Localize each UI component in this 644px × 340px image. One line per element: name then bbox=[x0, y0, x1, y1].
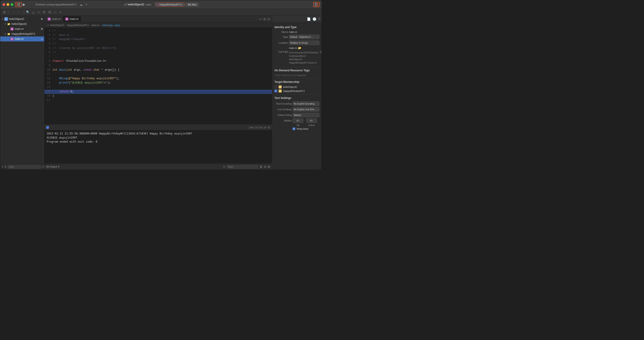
type-select[interactable]: Default - Objective-C Sou... ⌄ bbox=[289, 35, 320, 39]
status-area: Finished running HappyBirthdayWYJ ☁ + bbox=[31, 2, 88, 6]
target-label-1: helloObjectC bbox=[283, 86, 297, 88]
inspector-help-icon[interactable]: ? bbox=[318, 17, 320, 21]
output-selector[interactable]: All Output ⇕ bbox=[46, 165, 60, 168]
project-info: ⎇ helloObjectC main bbox=[124, 3, 152, 6]
indent-using-select[interactable]: Spaces ⌄ bbox=[292, 113, 320, 117]
file-label: main.m bbox=[15, 37, 24, 40]
breadcrumb-part-1[interactable]: helloObjectC bbox=[50, 24, 64, 26]
toolbar-gear-icon[interactable]: ⚙ bbox=[42, 10, 46, 14]
add-tab-button[interactable]: + bbox=[85, 2, 88, 6]
run-button[interactable]: ▶ bbox=[22, 2, 26, 7]
add-file-button[interactable]: + bbox=[2, 165, 4, 169]
indent-width-stepper[interactable]: 4 ⇅ bbox=[306, 118, 317, 123]
console-maximize-button[interactable]: ⊟ bbox=[268, 126, 270, 129]
main-content: ▼ H helloObjectC M ▼ 📁 helloObjectC ▶ m … bbox=[0, 16, 322, 170]
svg-rect-2 bbox=[18, 4, 20, 5]
console-trash-icon[interactable]: 🗑 bbox=[260, 165, 262, 168]
tab-label: main.m bbox=[70, 18, 78, 20]
inspector-name-row: Name main.m bbox=[274, 30, 320, 33]
code-line: 8 #import <Foundation/Foundation.h> bbox=[44, 59, 272, 64]
sidebar-item-helloobjectc-root[interactable]: ▼ H helloObjectC M bbox=[0, 16, 44, 22]
console-filter-input[interactable] bbox=[226, 165, 258, 169]
tab-main-m-2[interactable]: m main.m bbox=[63, 16, 80, 22]
separator-2 bbox=[274, 78, 320, 78]
sidebar-item-main-m-2[interactable]: ▶ m main.m A bbox=[0, 36, 44, 42]
indent-using-label: Indent Using bbox=[274, 114, 292, 116]
nav-forward-button[interactable]: › bbox=[16, 10, 21, 14]
code-line: 11 bbox=[44, 72, 272, 76]
tab-width-arrows[interactable]: ⇅ bbox=[298, 120, 300, 122]
target-item-2: ✓ 📁 HappyBirthdayWYJ bbox=[274, 90, 320, 92]
inspector-file-icon[interactable]: 📄 bbox=[307, 17, 311, 21]
breadcrumb-part-2[interactable]: HappyBirthdayWYJ bbox=[67, 24, 88, 26]
breadcrumb-icon: ⎇ bbox=[46, 24, 49, 26]
sidebar-item-helloobjectc-folder[interactable]: ▼ 📁 helloObjectC bbox=[0, 22, 44, 26]
inspector-toggle-button[interactable] bbox=[313, 2, 320, 7]
indent-sub-label: Indent bbox=[306, 124, 317, 126]
scheme-chevron: ▶ bbox=[182, 4, 183, 6]
toolbar-warning-icon[interactable]: △ bbox=[31, 10, 36, 14]
sidebar-toggle-button[interactable] bbox=[15, 2, 22, 7]
minimize-button[interactable] bbox=[6, 3, 9, 6]
console-line-1: 2023-02-21 21:55:50.988896+0800 HappyBir… bbox=[47, 132, 270, 136]
code-line: 6 // bbox=[44, 50, 272, 55]
tab-main-m-1[interactable]: m main.m bbox=[45, 16, 63, 22]
indent-width-arrows[interactable]: ⇅ bbox=[312, 120, 313, 122]
project-title: helloObjectC bbox=[128, 3, 144, 6]
target-checkbox-1[interactable] bbox=[274, 86, 277, 88]
svg-rect-1 bbox=[18, 3, 20, 4]
toolbar-divider-2 bbox=[24, 10, 24, 14]
tab-action-grid[interactable]: ⊞ bbox=[263, 17, 266, 21]
inspector-clock-icon[interactable]: 🕐 bbox=[312, 17, 316, 21]
toolbar-more-icon[interactable]: » bbox=[58, 10, 63, 14]
destination-selector[interactable]: My Mac bbox=[186, 2, 199, 6]
scheme-selector[interactable]: m HappyBirthdayWYJ ▶ bbox=[155, 2, 185, 6]
tab-action-split[interactable]: ⊟ bbox=[268, 17, 270, 21]
maximize-button[interactable] bbox=[11, 3, 13, 6]
location-select-value: Relative to Group bbox=[290, 42, 308, 44]
text-encoding-value: No Explicit Encoding bbox=[294, 102, 314, 105]
nav-back-button[interactable]: ‹ bbox=[11, 10, 16, 14]
toolbar-grid-icon[interactable]: ⊞ bbox=[2, 10, 6, 14]
sidebar-footer: + ⚙ ⊡ ⊟ bbox=[0, 164, 44, 170]
toolbar-memory-icon[interactable]: ⊞ bbox=[47, 10, 52, 14]
console-split-1-icon[interactable]: ⊟ bbox=[264, 165, 266, 168]
file-label: main.m bbox=[15, 28, 24, 30]
toolbar-diamond-icon[interactable]: ◇ bbox=[36, 10, 41, 14]
toolbar-search-icon[interactable]: 🔍 bbox=[26, 10, 30, 14]
tab-label: main.m bbox=[52, 18, 61, 20]
project-branch: main bbox=[146, 3, 152, 6]
breadcrumb-part-4[interactable]: main(argc, argv) bbox=[102, 24, 120, 26]
folder-navigate-button[interactable]: 📂 bbox=[298, 46, 302, 50]
wrap-lines-checkbox[interactable]: ✓ bbox=[292, 128, 295, 130]
toolbar-shape-icon[interactable]: □ bbox=[53, 10, 57, 14]
breadcrumb-part-3[interactable]: main.m bbox=[91, 24, 100, 26]
sidebar-filter-input[interactable] bbox=[8, 165, 42, 169]
line-endings-value: No Explicit Line Endings bbox=[294, 108, 316, 111]
titlebar-center: ⎇ helloObjectC main m HappyBirthdayWYJ ▶… bbox=[124, 2, 199, 6]
code-line: 3 // HappyBirthdayWYJ bbox=[44, 37, 272, 42]
indent-using-value: Spaces bbox=[294, 114, 301, 116]
disclosure-icon: ▼ bbox=[4, 23, 7, 25]
close-button[interactable] bbox=[2, 3, 5, 6]
cloud-icon: ☁ bbox=[80, 3, 83, 6]
fullpath-reveal-button[interactable]: ⊙ bbox=[320, 50, 322, 54]
console-split-2-icon[interactable]: ⊞ bbox=[268, 165, 270, 168]
sidebar-item-main-m-1[interactable]: ▶ m main.m M bbox=[0, 26, 44, 32]
name-label: Name bbox=[274, 30, 288, 33]
folder-label: helloObjectC bbox=[12, 22, 27, 26]
text-encoding-select[interactable]: No Explicit Encoding ⌄ bbox=[292, 102, 320, 106]
tab-action-back[interactable]: ↩ bbox=[259, 17, 262, 21]
tab-file-icon: m bbox=[65, 18, 68, 20]
tab-width-stepper[interactable]: 4 ⇅ bbox=[292, 118, 304, 123]
disclosure-icon: ▼ bbox=[2, 18, 4, 20]
code-line: 1 // bbox=[44, 29, 272, 33]
line-endings-arrow: ⌄ bbox=[316, 108, 318, 110]
line-endings-select[interactable]: No Explicit Line Endings ⌄ bbox=[292, 107, 320, 112]
location-select[interactable]: Relative to Group ⌄ bbox=[289, 40, 320, 45]
target-checkbox-2[interactable]: ✓ bbox=[274, 90, 277, 92]
sidebar: ▼ H helloObjectC M ▼ 📁 helloObjectC ▶ m … bbox=[0, 16, 44, 170]
code-editor[interactable]: 1 // 2 // main.m 3 // HappyBirthdayWYJ 4… bbox=[44, 28, 272, 124]
sidebar-item-happybirthday-folder[interactable]: ▼ 📁 HappyBirthdayWYJ bbox=[0, 32, 44, 36]
filter-icon: ⚙ bbox=[4, 165, 6, 168]
